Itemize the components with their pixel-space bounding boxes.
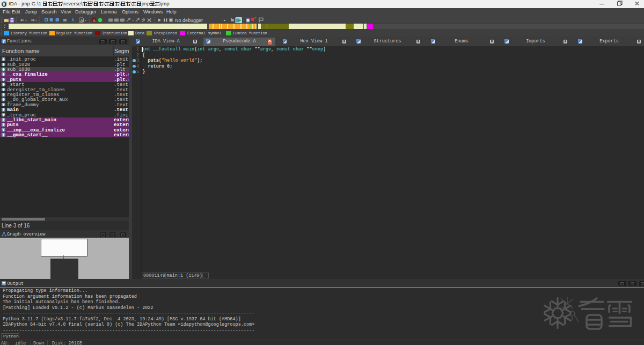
svg-text:A: A — [93, 18, 96, 23]
svg-text:A: A — [80, 18, 84, 23]
svg-text:f: f — [2, 40, 5, 43]
svg-text:No debugger: No debugger — [175, 18, 203, 23]
